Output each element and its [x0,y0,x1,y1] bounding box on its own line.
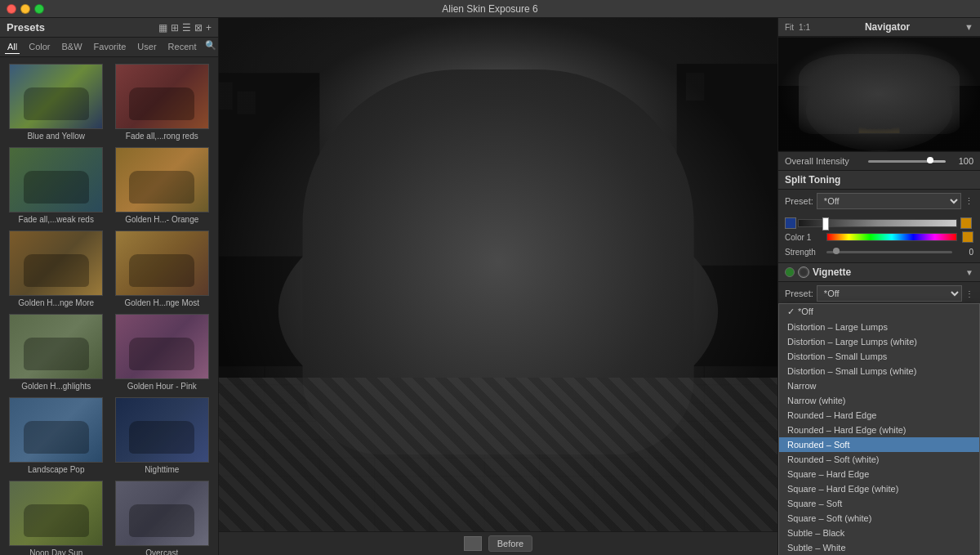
preset-label-7: Golden Hour - Pink [127,382,197,391]
color1-swatch[interactable] [962,231,973,243]
tab-bw[interactable]: B&W [60,40,85,54]
preset-item-2[interactable]: Fade all,...weak reds [3,144,109,227]
color1-spectrum[interactable] [826,233,957,241]
vignette-section: Vignette ▼ Preset: *Off ⋮ ✓*Off Distorti… [778,263,980,555]
toning-blue-swatch[interactable] [785,217,796,229]
dropdown-item-rounded-soft-white[interactable]: Rounded – Soft (white) [779,452,979,467]
minimize-button[interactable] [20,4,30,14]
car-svg: SDD438 [219,18,777,531]
toning-gradient [798,219,957,227]
toning-color-bar[interactable] [785,215,973,226]
presets-toolbar[interactable]: ▦ ⊞ ☰ ⊠ + [158,22,212,34]
toning-thumb [822,217,829,231]
fit-button[interactable]: Fit [785,23,794,32]
split-preset-menu-icon[interactable]: ⋮ [964,196,973,207]
svg-rect-26 [388,298,608,305]
dropdown-item-square-hard-white[interactable]: Square – Hard Edge (white) [779,481,979,496]
tab-favorite[interactable]: Favorite [91,40,129,54]
vignette-cycle-icon[interactable] [798,266,809,278]
preset-item-0[interactable]: Blue and Yellow [3,60,109,144]
center-panel: SDD438 Before [219,18,777,555]
svg-rect-27 [388,307,608,315]
preset-item-8[interactable]: Landscape Pop [3,394,109,477]
list-icon[interactable]: ☰ [182,22,191,34]
preset-label-5: Golden H...nge Most [124,298,199,307]
search-icon[interactable]: 🔍 [205,40,216,54]
vignette-header: Vignette ▼ [778,263,980,282]
intensity-value: 100 [951,156,973,166]
preset-car-shape-7 [129,338,194,370]
dropdown-item-off[interactable]: ✓*Off [779,304,979,320]
dropdown-item-rounded-hard[interactable]: Rounded – Hard Edge [779,408,979,423]
split-preset-label: Preset: [785,196,813,206]
dropdown-item-square-soft[interactable]: Square – Soft [779,496,979,511]
color1-label: Color 1 [785,233,822,242]
vignette-enable-toggle[interactable] [785,267,795,277]
preset-item-4[interactable]: Golden H...nge More [3,227,109,311]
intensity-slider[interactable] [868,160,947,163]
before-button[interactable]: Before [488,535,532,552]
split-toning-header: Split Toning [778,171,980,190]
navigator-title: Navigator [865,21,910,33]
tab-user[interactable]: User [135,40,158,54]
maximize-button[interactable] [34,4,44,14]
tab-recent[interactable]: Recent [166,40,199,54]
vignette-menu-icon[interactable]: ⋮ [965,289,973,298]
intensity-thumb [927,157,933,163]
preset-thumb-1 [115,64,209,129]
window-controls[interactable] [7,4,44,14]
preset-thumb-10 [9,481,103,546]
dropdown-item-distortion-small[interactable]: Distortion – Small Lumps [779,349,979,364]
split-toning-section: Split Toning Preset: *Off ⋮ Color 1 [778,171,980,263]
main-image-area: SDD438 [219,18,777,531]
window-title: Alien Skin Exposure 6 [442,3,537,15]
dropdown-item-distortion-large[interactable]: Distortion – Large Lumps [779,320,979,334]
sort-icon[interactable]: ⊠ [194,22,203,34]
navigator-controls[interactable]: Fit 1:1 [785,23,810,32]
preset-label-0: Blue and Yellow [27,132,85,141]
dropdown-item-rounded-soft[interactable]: Rounded – Soft [779,437,979,452]
dropdown-item-narrow-white[interactable]: Narrow (white) [779,393,979,408]
image-toolbar: Before [219,531,777,555]
preset-item-7[interactable]: Golden Hour - Pink [109,311,216,394]
left-panel: Presets ▦ ⊞ ☰ ⊠ + All Color B&W Favorite… [0,18,219,555]
preset-item-6[interactable]: Golden H...ghlights [3,311,109,394]
vignette-dropdown: ✓*Off Distortion – Large Lumps Distortio… [778,303,980,555]
add-icon[interactable]: + [206,22,212,34]
preset-car-shape-9 [129,421,194,454]
preset-item-3[interactable]: Golden H...- Orange [109,144,216,227]
dropdown-item-distortion-large-white[interactable]: Distortion – Large Lumps (white) [779,334,979,349]
svg-text:SDD438: SDD438 [866,123,892,131]
preset-item-5[interactable]: Golden H...nge Most [109,227,216,311]
preset-item-9[interactable]: Nighttime [109,394,216,477]
split-preset-select[interactable]: *Off [817,193,961,209]
preset-thumb-7 [115,314,209,379]
dropdown-item-distortion-small-white[interactable]: Distortion – Small Lumps (white) [779,364,979,378]
tab-all[interactable]: All [5,40,20,54]
vignette-preset-select[interactable]: *Off [817,285,962,302]
dropdown-item-square-soft-white[interactable]: Square – Soft (white) [779,511,979,526]
preset-car-shape-0 [24,87,89,120]
preset-car-shape-5 [129,254,194,287]
dropdown-item-narrow[interactable]: Narrow [779,378,979,393]
dropdown-item-subtle-white[interactable]: Subtle – White [779,540,979,555]
dropdown-item-square-hard[interactable]: Square – Hard Edge [779,467,979,481]
main-layout: Presets ▦ ⊞ ☰ ⊠ + All Color B&W Favorite… [0,18,980,555]
dropdown-item-rounded-hard-white[interactable]: Rounded – Hard Edge (white) [779,423,979,437]
preset-item-1[interactable]: Fade all,...rong reds [109,60,216,144]
dropdown-item-subtle-black[interactable]: Subtle – Black [779,526,979,540]
ratio-button[interactable]: 1:1 [799,23,810,32]
close-button[interactable] [7,4,16,14]
color-picker-btn[interactable] [464,536,482,551]
toning-yellow-swatch[interactable] [960,217,972,229]
presets-title: Presets [7,21,45,34]
presets-grid: Blue and YellowFade all,...rong redsFade… [0,57,218,555]
preset-item-11[interactable]: Overcast [109,477,216,555]
tab-color[interactable]: Color [26,40,52,54]
color1-row: Color 1 [778,229,980,245]
grid-small-icon[interactable]: ▦ [158,22,167,34]
grid-large-icon[interactable]: ⊞ [171,22,179,34]
strength-slider[interactable] [826,251,952,253]
preset-thumb-4 [9,231,103,296]
preset-item-10[interactable]: Noon Day Sun [3,477,109,555]
